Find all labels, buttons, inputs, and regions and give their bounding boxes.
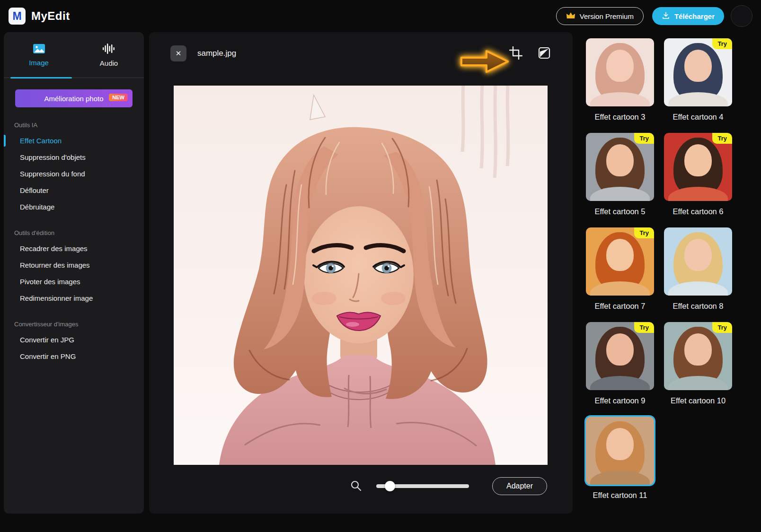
page: M MyEdit Version Premium Télécharger Ima… xyxy=(0,0,761,532)
effect-thumbnail[interactable] xyxy=(586,38,654,106)
photo-enhance-label: Amélioration photo xyxy=(44,95,103,103)
thumb-art xyxy=(668,187,728,201)
sidebar-item-retourner[interactable]: Retourner des images xyxy=(4,257,144,273)
sidebar-item-suppression-fond[interactable]: Suppression du fond xyxy=(4,166,144,182)
close-button[interactable]: ✕ xyxy=(170,45,186,61)
sidebar-item-recadrer[interactable]: Recadrer des images xyxy=(4,240,144,257)
try-badge: Try xyxy=(712,133,732,144)
sidebar-item-pivoter[interactable]: Pivoter des images xyxy=(4,273,144,290)
section-title-converter: Convertisseur d'images xyxy=(14,321,144,328)
thumb-art xyxy=(668,376,728,390)
top-bar: M MyEdit Version Premium Télécharger xyxy=(0,0,761,32)
annotation-arrow xyxy=(459,48,511,75)
thumb-art xyxy=(606,50,634,82)
sidebar-item-convertir-png[interactable]: Convertir en PNG xyxy=(4,348,144,365)
effect-thumbnail[interactable]: Try xyxy=(664,133,732,201)
crop-icon xyxy=(509,46,522,61)
sidebar-item-label: Convertir en JPG xyxy=(20,336,74,344)
thumb-art xyxy=(684,333,712,366)
try-badge: Try xyxy=(634,133,654,144)
tab-audio-label: Audio xyxy=(100,59,118,67)
try-badge: Try xyxy=(712,322,732,333)
sidebar-item-label: Retourner des images xyxy=(20,261,90,269)
sidebar-item-label: Pivoter des images xyxy=(20,278,80,286)
sidebar-item-deflouter[interactable]: Déflouter xyxy=(4,182,144,199)
thumb-art xyxy=(606,144,634,176)
effect-card-6[interactable]: Try Effet cartoon 6 xyxy=(664,133,732,216)
effect-thumbnail[interactable] xyxy=(586,417,654,485)
sidebar-item-effet-cartoon[interactable]: Effet Cartoon xyxy=(4,132,144,149)
fit-button[interactable]: Adapter xyxy=(492,477,547,495)
sidebar-item-convertir-jpg[interactable]: Convertir en JPG xyxy=(4,331,144,348)
effect-label: Effet cartoon 9 xyxy=(594,396,645,405)
effect-thumbnail[interactable]: Try xyxy=(586,322,654,390)
myedit-logo[interactable]: M MyEdit xyxy=(9,8,70,25)
filename-label: sample.jpg xyxy=(197,45,236,61)
cartoon-portrait-image[interactable] xyxy=(174,86,548,465)
effect-thumbnail[interactable]: Try xyxy=(664,322,732,390)
thumb-art xyxy=(684,144,712,176)
sidebar-item-label: Convertir en PNG xyxy=(20,352,76,360)
effect-card-9[interactable]: Try Effet cartoon 9 xyxy=(586,322,654,405)
active-tab-indicator xyxy=(10,77,72,78)
zoom-slider-thumb[interactable] xyxy=(385,481,395,491)
thumb-art xyxy=(590,187,650,201)
effects-panel: Effet cartoon 3 Try Effet cartoon 4 Try … xyxy=(586,38,737,500)
effect-label: Effet cartoon 6 xyxy=(673,207,723,216)
effect-card-5[interactable]: Try Effet cartoon 5 xyxy=(586,133,654,216)
effect-card-7[interactable]: Try Effet cartoon 7 xyxy=(586,227,654,311)
effect-card-3[interactable]: Effet cartoon 3 xyxy=(586,38,654,122)
effect-thumbnail[interactable]: Try xyxy=(586,133,654,201)
effect-thumbnail[interactable] xyxy=(664,227,732,296)
photo-enhance-button[interactable]: Amélioration photo NEW xyxy=(15,89,133,107)
zoom-magnifier-icon xyxy=(350,480,362,492)
tab-image-label: Image xyxy=(29,59,49,67)
sidebar-item-label: Suppression du fond xyxy=(20,170,85,178)
effect-card-11[interactable]: Effet cartoon 11 xyxy=(586,417,654,500)
zoom-slider[interactable] xyxy=(376,484,469,488)
effect-card-8[interactable]: Effet cartoon 8 xyxy=(664,227,732,311)
user-avatar[interactable] xyxy=(731,5,752,27)
try-badge: Try xyxy=(634,227,654,238)
section-title-ai-tools: Outils IA xyxy=(14,122,144,129)
tab-image[interactable]: Image xyxy=(4,32,74,78)
effect-thumbnail[interactable]: Try xyxy=(664,38,732,106)
effect-label: Effet cartoon 10 xyxy=(671,396,726,405)
compare-button[interactable] xyxy=(536,45,553,62)
thumb-art xyxy=(684,239,712,271)
media-tabs: Image Audio xyxy=(4,32,144,78)
new-badge: NEW xyxy=(109,94,128,101)
sidebar-item-label: Recadrer des images xyxy=(20,244,88,253)
tab-audio[interactable]: Audio xyxy=(74,32,144,78)
version-premium-label: Version Premium xyxy=(580,12,634,20)
sidebar-item-redimensionner[interactable]: Redimensionner image xyxy=(4,290,144,306)
sidebar-item-suppression-objets[interactable]: Suppression d'objets xyxy=(4,149,144,166)
effect-label: Effet cartoon 7 xyxy=(594,302,645,311)
sidebar-item-label: Redimensionner image xyxy=(20,294,93,302)
crown-icon xyxy=(566,12,575,21)
thumb-art xyxy=(606,239,634,271)
sidebar-item-label: Suppression d'objets xyxy=(20,153,86,161)
image-icon xyxy=(33,44,45,55)
sidebar-item-debruitage[interactable]: Débruitage xyxy=(4,199,144,215)
effect-card-10[interactable]: Try Effet cartoon 10 xyxy=(664,322,732,405)
download-button[interactable]: Télécharger xyxy=(652,7,724,25)
thumb-art xyxy=(590,281,650,296)
try-badge: Try xyxy=(634,322,654,333)
try-badge: Try xyxy=(712,38,732,49)
version-premium-button[interactable]: Version Premium xyxy=(556,7,644,25)
section-title-edit-tools: Outils d'édition xyxy=(14,229,144,236)
thumb-art xyxy=(668,281,728,296)
effect-label: Effet cartoon 4 xyxy=(673,113,723,122)
thumb-art xyxy=(668,92,728,106)
download-label: Télécharger xyxy=(674,12,715,20)
sidebar-item-label: Débruitage xyxy=(20,203,54,211)
sidebar-item-label: Déflouter xyxy=(20,186,49,194)
effect-label: Effet cartoon 11 xyxy=(593,491,647,500)
myedit-logo-icon: M xyxy=(9,8,26,25)
crop-button[interactable] xyxy=(507,45,524,62)
audio-waveform-icon xyxy=(102,43,115,56)
effect-card-4[interactable]: Try Effet cartoon 4 xyxy=(664,38,732,122)
compare-icon xyxy=(538,47,550,61)
effect-thumbnail[interactable]: Try xyxy=(586,227,654,296)
